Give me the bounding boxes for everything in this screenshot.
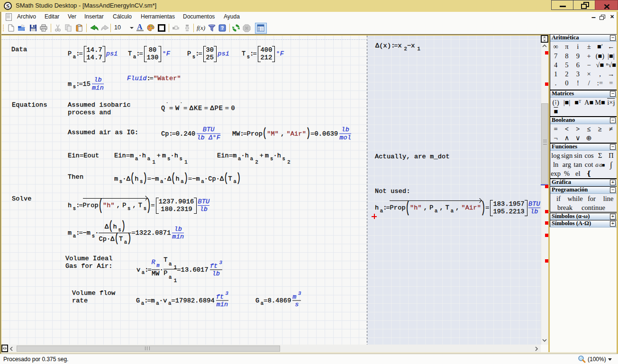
- svg-text:?: ?: [221, 26, 224, 31]
